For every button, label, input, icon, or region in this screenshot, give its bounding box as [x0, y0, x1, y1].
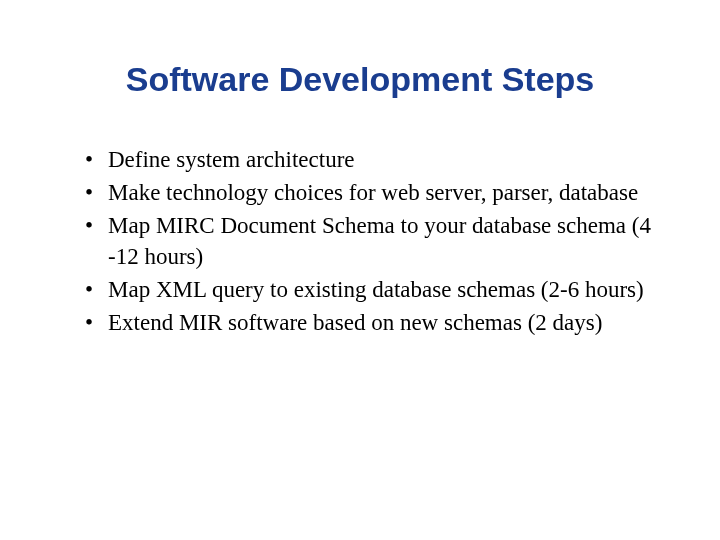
slide-title: Software Development Steps	[60, 60, 660, 99]
list-item: Define system architecture	[80, 144, 660, 175]
list-item: Map XML query to existing database schem…	[80, 274, 660, 305]
slide-container: Software Development Steps Define system…	[0, 0, 720, 380]
list-item: Extend MIR software based on new schemas…	[80, 307, 660, 338]
list-item: Map MIRC Document Schema to your databas…	[80, 210, 660, 272]
bullet-list: Define system architecture Make technolo…	[80, 144, 660, 338]
list-item: Make technology choices for web server, …	[80, 177, 660, 208]
